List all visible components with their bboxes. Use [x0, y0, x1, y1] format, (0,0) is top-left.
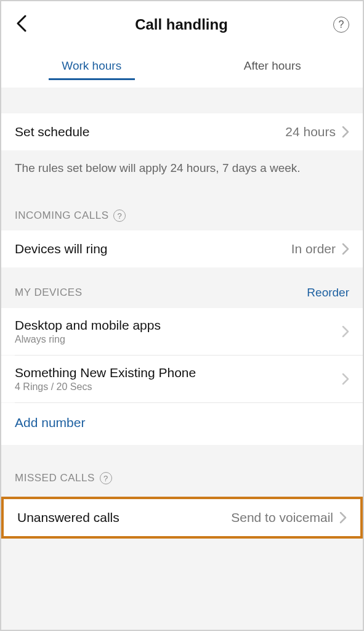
row-value: In order	[291, 242, 336, 256]
device-row-desktop-mobile[interactable]: Desktop and mobile apps Always ring	[1, 308, 363, 355]
row-unanswered-calls[interactable]: Unanswered calls Send to voicemail	[4, 499, 360, 536]
device-detail: 4 Rings / 20 Secs	[15, 381, 196, 393]
schedule-info: The rules set below will apply 24 hours,…	[1, 150, 363, 191]
row-value: 24 hours	[285, 124, 336, 139]
tab-label: Work hours	[62, 59, 121, 72]
row-label: Unanswered calls	[17, 510, 119, 525]
section-my-devices: MY DEVICES Reorder	[1, 267, 363, 308]
section-missed-calls: MISSED CALLS ?	[1, 445, 363, 493]
section-caption: MISSED CALLS	[15, 472, 95, 484]
reorder-link[interactable]: Reorder	[307, 286, 349, 299]
tab-after-hours[interactable]: After hours	[182, 59, 363, 80]
device-name: Desktop and mobile apps	[15, 318, 161, 333]
tab-label: After hours	[244, 59, 301, 72]
section-caption: MY DEVICES	[15, 287, 83, 299]
help-icon[interactable]: ?	[113, 210, 126, 222]
row-value: Send to voicemail	[231, 510, 333, 525]
section-caption: INCOMING CALLS	[15, 210, 108, 222]
row-label: Devices will ring	[15, 242, 108, 256]
help-icon[interactable]: ?	[100, 472, 112, 484]
screen: Call handling ? Work hours After hours S…	[0, 0, 364, 631]
row-devices-will-ring[interactable]: Devices will ring In order	[1, 230, 363, 267]
highlighted-row: Unanswered calls Send to voicemail	[1, 497, 363, 539]
device-row-existing-phone[interactable]: Something New Existing Phone 4 Rings / 2…	[1, 356, 363, 402]
chevron-right-icon	[342, 373, 349, 385]
tabs: Work hours After hours	[1, 59, 363, 80]
device-detail: Always ring	[15, 334, 161, 345]
device-name: Something New Existing Phone	[15, 365, 196, 380]
chevron-right-icon	[342, 243, 349, 255]
back-icon[interactable]	[15, 15, 30, 35]
help-icon[interactable]: ?	[333, 17, 349, 33]
content: Set schedule 24 hours The rules set belo…	[1, 88, 363, 539]
row-set-schedule[interactable]: Set schedule 24 hours	[1, 113, 363, 150]
chevron-right-icon	[339, 511, 347, 524]
add-number-link: Add number	[15, 415, 85, 429]
header: Call handling ? Work hours After hours	[1, 1, 363, 88]
tab-work-hours[interactable]: Work hours	[1, 59, 182, 80]
page-title: Call handling	[135, 16, 228, 33]
section-incoming-calls: INCOMING CALLS ?	[1, 191, 363, 230]
row-label: Set schedule	[15, 124, 89, 139]
chevron-right-icon	[342, 126, 349, 138]
chevron-right-icon	[342, 325, 349, 338]
add-number-row[interactable]: Add number	[1, 403, 363, 445]
